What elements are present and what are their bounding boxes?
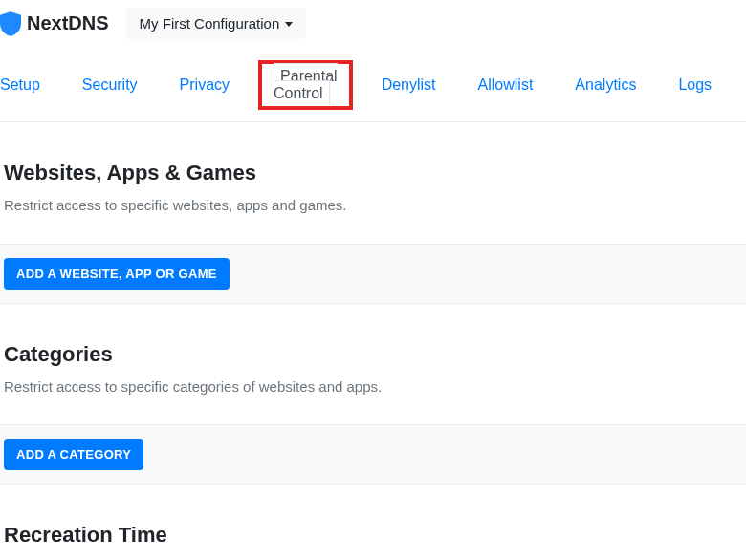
categories-button-row: ADD A CATEGORY — [0, 424, 746, 485]
header: NextDNS My First Configuration — [0, 0, 746, 47]
add-category-button[interactable]: ADD A CATEGORY — [4, 439, 143, 470]
websites-desc: Restrict access to specific websites, ap… — [0, 195, 746, 217]
tab-denylist[interactable]: Denylist — [370, 71, 448, 99]
tab-security[interactable]: Security — [71, 71, 149, 99]
tab-allowlist[interactable]: Allowlist — [467, 71, 545, 99]
section-recreation: Recreation Time Set a period for each da… — [0, 523, 746, 560]
websites-button-row: ADD A WEBSITE, APP OR GAME — [0, 244, 746, 304]
shield-icon — [0, 11, 21, 36]
tab-privacy[interactable]: Privacy — [168, 71, 241, 99]
tabs-nav: Setup Security Privacy Parental Control … — [0, 47, 746, 122]
section-categories: Categories Restrict access to specific c… — [0, 342, 746, 485]
caret-down-icon — [285, 22, 293, 27]
config-dropdown[interactable]: My First Configuration — [126, 8, 307, 39]
categories-title: Categories — [0, 342, 746, 377]
tab-parental-control-highlight: Parental Control — [258, 60, 353, 110]
logo[interactable]: NextDNS — [0, 11, 109, 36]
section-websites: Websites, Apps & Games Restrict access t… — [0, 161, 746, 304]
tab-analytics[interactable]: Analytics — [563, 71, 647, 99]
brand-name: NextDNS — [27, 12, 109, 34]
tab-logs[interactable]: Logs — [667, 71, 723, 99]
tab-parental-control[interactable]: Parental Control — [274, 63, 338, 105]
tab-settings[interactable]: Settin — [742, 71, 746, 99]
categories-desc: Restrict access to specific categories o… — [0, 377, 746, 398]
add-website-button[interactable]: ADD A WEBSITE, APP OR GAME — [4, 258, 230, 290]
tab-setup[interactable]: Setup — [0, 71, 52, 99]
config-dropdown-label: My First Configuration — [140, 15, 280, 32]
websites-title: Websites, Apps & Games — [0, 161, 746, 195]
recreation-title: Recreation Time — [0, 523, 746, 557]
